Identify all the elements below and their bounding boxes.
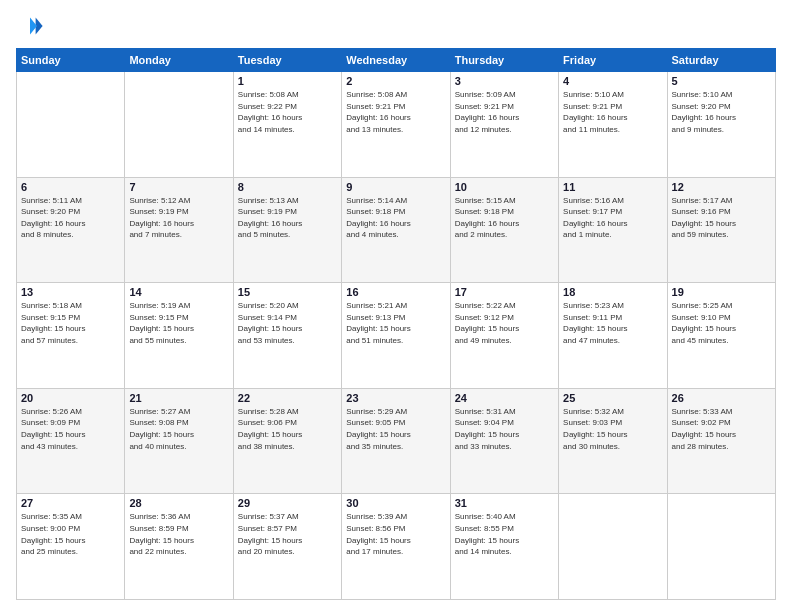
- header: [16, 12, 776, 40]
- calendar-cell: 1Sunrise: 5:08 AM Sunset: 9:22 PM Daylig…: [233, 72, 341, 178]
- day-number: 23: [346, 392, 445, 404]
- calendar-cell: 15Sunrise: 5:20 AM Sunset: 9:14 PM Dayli…: [233, 283, 341, 389]
- calendar-cell: 29Sunrise: 5:37 AM Sunset: 8:57 PM Dayli…: [233, 494, 341, 600]
- day-number: 1: [238, 75, 337, 87]
- weekday-header-saturday: Saturday: [667, 49, 775, 72]
- page: SundayMondayTuesdayWednesdayThursdayFrid…: [0, 0, 792, 612]
- day-number: 22: [238, 392, 337, 404]
- calendar-cell: 22Sunrise: 5:28 AM Sunset: 9:06 PM Dayli…: [233, 388, 341, 494]
- day-info: Sunrise: 5:28 AM Sunset: 9:06 PM Dayligh…: [238, 406, 337, 452]
- day-number: 14: [129, 286, 228, 298]
- calendar-cell: 13Sunrise: 5:18 AM Sunset: 9:15 PM Dayli…: [17, 283, 125, 389]
- weekday-header-friday: Friday: [559, 49, 667, 72]
- calendar-week-row: 13Sunrise: 5:18 AM Sunset: 9:15 PM Dayli…: [17, 283, 776, 389]
- calendar-cell: 5Sunrise: 5:10 AM Sunset: 9:20 PM Daylig…: [667, 72, 775, 178]
- day-info: Sunrise: 5:19 AM Sunset: 9:15 PM Dayligh…: [129, 300, 228, 346]
- day-number: 29: [238, 497, 337, 509]
- weekday-header-thursday: Thursday: [450, 49, 558, 72]
- day-number: 11: [563, 181, 662, 193]
- day-info: Sunrise: 5:26 AM Sunset: 9:09 PM Dayligh…: [21, 406, 120, 452]
- day-info: Sunrise: 5:11 AM Sunset: 9:20 PM Dayligh…: [21, 195, 120, 241]
- calendar-cell: 12Sunrise: 5:17 AM Sunset: 9:16 PM Dayli…: [667, 177, 775, 283]
- day-number: 12: [672, 181, 771, 193]
- logo-icon: [16, 12, 44, 40]
- calendar-cell: 19Sunrise: 5:25 AM Sunset: 9:10 PM Dayli…: [667, 283, 775, 389]
- day-number: 28: [129, 497, 228, 509]
- calendar-cell: [125, 72, 233, 178]
- day-number: 17: [455, 286, 554, 298]
- day-info: Sunrise: 5:20 AM Sunset: 9:14 PM Dayligh…: [238, 300, 337, 346]
- day-number: 31: [455, 497, 554, 509]
- day-info: Sunrise: 5:36 AM Sunset: 8:59 PM Dayligh…: [129, 511, 228, 557]
- day-info: Sunrise: 5:18 AM Sunset: 9:15 PM Dayligh…: [21, 300, 120, 346]
- day-info: Sunrise: 5:39 AM Sunset: 8:56 PM Dayligh…: [346, 511, 445, 557]
- day-info: Sunrise: 5:29 AM Sunset: 9:05 PM Dayligh…: [346, 406, 445, 452]
- day-info: Sunrise: 5:15 AM Sunset: 9:18 PM Dayligh…: [455, 195, 554, 241]
- calendar-cell: 25Sunrise: 5:32 AM Sunset: 9:03 PM Dayli…: [559, 388, 667, 494]
- day-info: Sunrise: 5:23 AM Sunset: 9:11 PM Dayligh…: [563, 300, 662, 346]
- calendar-week-row: 27Sunrise: 5:35 AM Sunset: 9:00 PM Dayli…: [17, 494, 776, 600]
- day-info: Sunrise: 5:10 AM Sunset: 9:20 PM Dayligh…: [672, 89, 771, 135]
- calendar-table: SundayMondayTuesdayWednesdayThursdayFrid…: [16, 48, 776, 600]
- calendar-cell: 26Sunrise: 5:33 AM Sunset: 9:02 PM Dayli…: [667, 388, 775, 494]
- calendar-cell: 6Sunrise: 5:11 AM Sunset: 9:20 PM Daylig…: [17, 177, 125, 283]
- calendar-cell: 14Sunrise: 5:19 AM Sunset: 9:15 PM Dayli…: [125, 283, 233, 389]
- calendar-cell: 20Sunrise: 5:26 AM Sunset: 9:09 PM Dayli…: [17, 388, 125, 494]
- calendar-header-row: SundayMondayTuesdayWednesdayThursdayFrid…: [17, 49, 776, 72]
- day-info: Sunrise: 5:22 AM Sunset: 9:12 PM Dayligh…: [455, 300, 554, 346]
- day-info: Sunrise: 5:09 AM Sunset: 9:21 PM Dayligh…: [455, 89, 554, 135]
- calendar-cell: 10Sunrise: 5:15 AM Sunset: 9:18 PM Dayli…: [450, 177, 558, 283]
- day-info: Sunrise: 5:10 AM Sunset: 9:21 PM Dayligh…: [563, 89, 662, 135]
- calendar-cell: 7Sunrise: 5:12 AM Sunset: 9:19 PM Daylig…: [125, 177, 233, 283]
- calendar-week-row: 20Sunrise: 5:26 AM Sunset: 9:09 PM Dayli…: [17, 388, 776, 494]
- day-number: 19: [672, 286, 771, 298]
- weekday-header-sunday: Sunday: [17, 49, 125, 72]
- day-number: 10: [455, 181, 554, 193]
- day-info: Sunrise: 5:27 AM Sunset: 9:08 PM Dayligh…: [129, 406, 228, 452]
- calendar-cell: 4Sunrise: 5:10 AM Sunset: 9:21 PM Daylig…: [559, 72, 667, 178]
- calendar-cell: 21Sunrise: 5:27 AM Sunset: 9:08 PM Dayli…: [125, 388, 233, 494]
- calendar-cell: 27Sunrise: 5:35 AM Sunset: 9:00 PM Dayli…: [17, 494, 125, 600]
- day-number: 25: [563, 392, 662, 404]
- calendar-cell: 18Sunrise: 5:23 AM Sunset: 9:11 PM Dayli…: [559, 283, 667, 389]
- day-number: 27: [21, 497, 120, 509]
- day-info: Sunrise: 5:16 AM Sunset: 9:17 PM Dayligh…: [563, 195, 662, 241]
- day-info: Sunrise: 5:37 AM Sunset: 8:57 PM Dayligh…: [238, 511, 337, 557]
- calendar-cell: 17Sunrise: 5:22 AM Sunset: 9:12 PM Dayli…: [450, 283, 558, 389]
- calendar-cell: 31Sunrise: 5:40 AM Sunset: 8:55 PM Dayli…: [450, 494, 558, 600]
- day-number: 5: [672, 75, 771, 87]
- day-info: Sunrise: 5:40 AM Sunset: 8:55 PM Dayligh…: [455, 511, 554, 557]
- day-number: 20: [21, 392, 120, 404]
- day-number: 6: [21, 181, 120, 193]
- calendar-cell: 23Sunrise: 5:29 AM Sunset: 9:05 PM Dayli…: [342, 388, 450, 494]
- calendar-cell: [17, 72, 125, 178]
- day-number: 7: [129, 181, 228, 193]
- logo: [16, 12, 48, 40]
- day-info: Sunrise: 5:35 AM Sunset: 9:00 PM Dayligh…: [21, 511, 120, 557]
- weekday-header-wednesday: Wednesday: [342, 49, 450, 72]
- day-info: Sunrise: 5:13 AM Sunset: 9:19 PM Dayligh…: [238, 195, 337, 241]
- day-number: 3: [455, 75, 554, 87]
- calendar-week-row: 6Sunrise: 5:11 AM Sunset: 9:20 PM Daylig…: [17, 177, 776, 283]
- day-number: 15: [238, 286, 337, 298]
- day-info: Sunrise: 5:14 AM Sunset: 9:18 PM Dayligh…: [346, 195, 445, 241]
- calendar-cell: 11Sunrise: 5:16 AM Sunset: 9:17 PM Dayli…: [559, 177, 667, 283]
- day-info: Sunrise: 5:21 AM Sunset: 9:13 PM Dayligh…: [346, 300, 445, 346]
- day-number: 21: [129, 392, 228, 404]
- day-number: 9: [346, 181, 445, 193]
- day-info: Sunrise: 5:08 AM Sunset: 9:22 PM Dayligh…: [238, 89, 337, 135]
- day-number: 13: [21, 286, 120, 298]
- calendar-cell: 24Sunrise: 5:31 AM Sunset: 9:04 PM Dayli…: [450, 388, 558, 494]
- calendar-cell: 28Sunrise: 5:36 AM Sunset: 8:59 PM Dayli…: [125, 494, 233, 600]
- calendar-cell: 8Sunrise: 5:13 AM Sunset: 9:19 PM Daylig…: [233, 177, 341, 283]
- calendar-cell: [667, 494, 775, 600]
- day-info: Sunrise: 5:32 AM Sunset: 9:03 PM Dayligh…: [563, 406, 662, 452]
- day-number: 4: [563, 75, 662, 87]
- day-number: 16: [346, 286, 445, 298]
- weekday-header-tuesday: Tuesday: [233, 49, 341, 72]
- day-info: Sunrise: 5:12 AM Sunset: 9:19 PM Dayligh…: [129, 195, 228, 241]
- day-number: 2: [346, 75, 445, 87]
- day-number: 26: [672, 392, 771, 404]
- day-info: Sunrise: 5:17 AM Sunset: 9:16 PM Dayligh…: [672, 195, 771, 241]
- day-number: 18: [563, 286, 662, 298]
